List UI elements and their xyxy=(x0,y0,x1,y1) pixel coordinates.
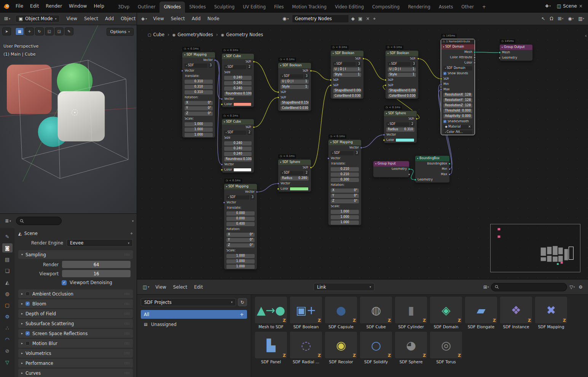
node-socket[interactable] xyxy=(473,51,476,53)
node-sdf-mapping-map1[interactable]: ◷< 0.1ms▾SDF MappingVector▾SDF3VectorTra… xyxy=(182,52,215,138)
node-row-val[interactable]: 0.210 xyxy=(328,166,361,172)
node-row-val[interactable]: 1.000 xyxy=(224,264,257,269)
node-row-sdf[interactable]: SDF xyxy=(386,83,418,88)
data-tab-icon[interactable]: ▽ xyxy=(2,358,13,367)
section-screen-space-reflections[interactable]: ▸✓Screen Space Reflections∷∷ xyxy=(18,329,133,338)
node-row-val[interactable]: 1.000 xyxy=(328,214,361,220)
color-swatch[interactable] xyxy=(233,168,252,172)
node-row-sdf[interactable]: ▾SDF3 xyxy=(278,73,311,79)
node-row-val[interactable]: 0.000 xyxy=(224,211,257,216)
node-row-sdf[interactable]: SDF xyxy=(441,76,475,81)
asset-mesh-to-sdf[interactable]: ▲→●ZMesh to SDF xyxy=(255,297,287,329)
node-row-sdf[interactable]: SDF xyxy=(331,77,363,83)
node-row-val[interactable]: 1.000 xyxy=(224,253,257,259)
node-row-sdf[interactable]: SDF xyxy=(278,95,311,100)
node-socket[interactable] xyxy=(473,56,476,59)
asset-sdf-sphere[interactable]: ◕ZSDF Sphere xyxy=(395,332,427,364)
topbar-menu-window[interactable]: Window xyxy=(65,2,90,10)
tab-rendering[interactable]: Rendering xyxy=(404,2,435,13)
node-title[interactable]: ▾Group Input xyxy=(373,161,409,166)
node-row-val[interactable]: 0.240 xyxy=(222,86,254,91)
asset-sdf-panel[interactable]: ▙ZSDF Panel xyxy=(255,332,287,364)
region-collapse-arrow[interactable]: ‹ xyxy=(585,33,587,38)
node-row-roundness[interactable]: Roundness0.100 xyxy=(222,157,254,162)
node-row-sdf[interactable]: ▾SDF3 xyxy=(224,195,257,200)
asset-sdf-cylinder[interactable]: ▮ZSDF Cylinder xyxy=(395,297,427,329)
node-row-x[interactable]: X0° xyxy=(182,100,215,105)
node-socket[interactable] xyxy=(277,91,279,93)
node-row-sdf[interactable]: SDF xyxy=(222,59,254,64)
move-tool-icon[interactable]: + xyxy=(25,27,34,35)
node-socket[interactable] xyxy=(408,173,410,176)
render-tab-icon[interactable]: ◙ xyxy=(2,243,13,252)
node-socket[interactable] xyxy=(448,168,451,170)
node-row-style[interactable]: Style1 xyxy=(278,84,311,89)
node-row-sdf[interactable]: SDF xyxy=(278,89,311,95)
node-row-vector[interactable]: Vector xyxy=(224,200,257,205)
physics-tab-icon[interactable]: ◠ xyxy=(2,335,13,344)
filter-icon[interactable]: ▽▾ xyxy=(568,284,576,291)
node-row-resolutionz[interactable]: ResolutionZ128 xyxy=(441,103,475,108)
node-row-sdf[interactable]: SDF xyxy=(331,83,363,88)
node-row-z[interactable]: Z0° xyxy=(224,243,257,248)
node-row-color-attribute[interactable]: Color Attribute xyxy=(441,55,475,60)
node-title[interactable]: ▾SDF Boolean xyxy=(386,51,418,56)
node-row-u-d-i[interactable]: U | D | I1 xyxy=(331,67,363,72)
properties-search-input[interactable] xyxy=(16,217,62,225)
asset-sdf-boolean[interactable]: ▣+ZSDF Boolean xyxy=(290,297,322,329)
section-performance[interactable]: ▸Performance∷∷ xyxy=(18,359,133,367)
node-editor-canvas[interactable]: ▢Cube›◉GeometryNodes›◉Geometry Nodes ◷< … xyxy=(137,25,588,279)
node-row-radius[interactable]: Radius0.310 xyxy=(384,127,417,132)
node-row-sdf[interactable]: ▾SDF2 xyxy=(278,170,311,176)
node-row-u-d-i[interactable]: U | D | I1 xyxy=(278,79,311,84)
topbar-menu-edit[interactable]: Edit xyxy=(27,2,42,10)
modifiers-tab-icon[interactable]: ⚙ xyxy=(2,312,13,321)
node-sdf-boolean-bool2[interactable]: ◷< 0.1ms▾SDF BooleanSDF▾SDF3U | D | I1St… xyxy=(330,50,364,99)
new-copy-icon[interactable]: ▣ xyxy=(357,16,363,21)
auto-offset-icon[interactable]: ↖ xyxy=(540,15,547,22)
render-samples-field[interactable]: 64 xyxy=(62,261,131,268)
node-row-val[interactable]: 0.240 xyxy=(222,75,254,80)
node-row-color[interactable]: Color xyxy=(384,137,417,143)
node-row-val[interactable]: 0.240 xyxy=(222,146,254,151)
node-row-val[interactable]: 0.310 xyxy=(182,84,215,89)
snap-magnet-icon[interactable]: Ω xyxy=(548,15,555,22)
node-socket[interactable] xyxy=(360,147,362,149)
node-socket[interactable] xyxy=(384,84,387,86)
tab-sculpting[interactable]: Sculpting xyxy=(210,2,239,13)
tab-3dvp[interactable]: 3Dvp xyxy=(114,2,134,13)
red-cube-object[interactable] xyxy=(7,65,52,114)
expand-caret-icon[interactable]: ▸ xyxy=(21,292,23,296)
node-editor-type-button[interactable]: ◈▾ xyxy=(139,15,149,22)
node-row-sdf[interactable]: ▾SDF3 xyxy=(386,61,418,67)
node-row-val[interactable]: 0.210 xyxy=(328,172,361,177)
node-row-z[interactable]: Z0° xyxy=(328,198,361,204)
node-socket[interactable] xyxy=(221,98,223,100)
node-row-adaptivity[interactable]: Adaptivity0.000 xyxy=(441,113,475,119)
mode-select[interactable]: ▣ Object Mode ▾ xyxy=(15,15,60,22)
node-row-show-bounds[interactable]: ✓Show Bounds xyxy=(441,71,475,76)
asset-search-input[interactable] xyxy=(491,283,567,291)
node-socket[interactable] xyxy=(330,79,332,81)
node-sdf-mapping-map2[interactable]: ◷< 0.1ms▾SDF MappingVector▾SDF3VectorTra… xyxy=(224,184,257,270)
ambient-occlusion-checkbox[interactable] xyxy=(25,292,30,296)
checkbox[interactable]: ✓ xyxy=(443,120,446,123)
screen-space-reflections-checkbox[interactable]: ✓ xyxy=(25,331,30,335)
viewport-menu-view[interactable]: View xyxy=(63,15,80,22)
asset-browser-menu-select[interactable]: Select xyxy=(170,283,191,291)
node-row-color[interactable]: Color xyxy=(222,102,254,107)
object-tab-icon[interactable]: ▢ xyxy=(2,300,13,310)
output-tab-icon[interactable]: ▤ xyxy=(2,255,13,264)
node-socket[interactable] xyxy=(440,88,442,91)
node-title[interactable]: ▾SDF Mapping xyxy=(182,52,215,58)
tree-name-field[interactable]: Geometry Nodes xyxy=(292,14,349,23)
node-title[interactable]: ▾BoundingBox xyxy=(415,156,449,161)
expand-caret-icon[interactable]: ▸ xyxy=(21,371,23,375)
node-row-y[interactable]: Y0° xyxy=(224,237,257,243)
tab-assets[interactable]: Assets xyxy=(435,2,457,13)
node-socket[interactable] xyxy=(310,70,312,72)
section-depth-of-field[interactable]: ▸Depth of Field∷∷ xyxy=(18,309,133,318)
node-row-sdf[interactable]: ▾SDF3 xyxy=(328,150,361,156)
asset-browser-menu-edit[interactable]: Edit xyxy=(191,283,206,291)
constraints-tab-icon[interactable]: ⊘ xyxy=(2,346,13,355)
